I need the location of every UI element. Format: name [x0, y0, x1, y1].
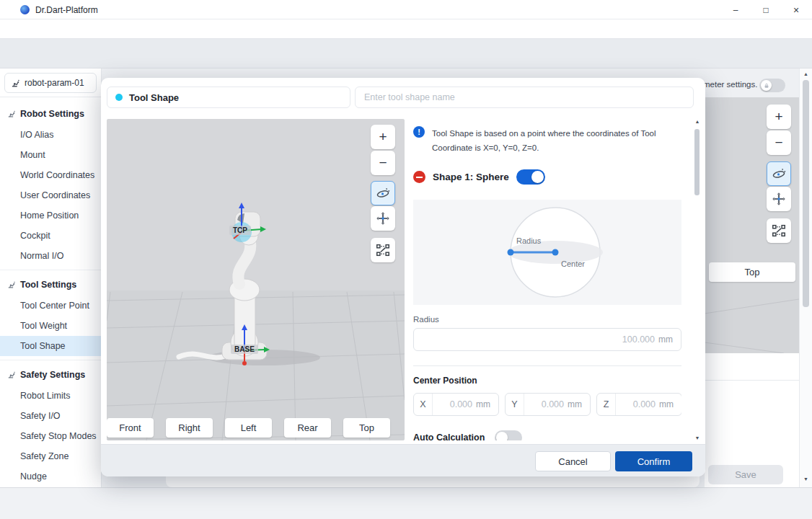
center-x-input[interactable]: X 0.000 mm [413, 393, 499, 416]
tab-bar: Home × Robot Parameters × [0, 39, 812, 68]
sidebar-item-tool-weight[interactable]: Tool Weight [0, 316, 101, 336]
center-z-input[interactable]: Z 0.000 mm [596, 393, 681, 416]
view-buttons-row: Front Right Left Rear Top [107, 418, 390, 438]
sidebar: robot-param-01 Robot Settings I/O Alias … [0, 68, 102, 487]
sidebar-item-safety-io[interactable]: Safety I/O [0, 406, 101, 426]
robot-icon [11, 79, 20, 88]
background-3d-viewport[interactable]: + − Top [705, 97, 799, 353]
orbit-icon [375, 185, 391, 201]
confirm-button[interactable]: Confirm [615, 451, 692, 471]
app-logo-icon [20, 5, 30, 14]
tool-shape-dialog: Tool Shape [101, 78, 705, 476]
cyan-dot-icon [115, 94, 123, 101]
sidebar-group-tool-settings: Tool Settings [0, 274, 101, 296]
view-rear-button[interactable]: Rear [284, 418, 331, 438]
sidebar-item-tool-shape[interactable]: Tool Shape [0, 336, 101, 356]
pan-button[interactable] [371, 206, 395, 231]
bg-view-top-button[interactable]: Top [709, 262, 795, 282]
radius-value: 100.000 [414, 334, 655, 345]
window-titlebar: Dr.Dart-Platform – □ × [0, 0, 812, 19]
info-text: Tool Shape is based on a point where the… [432, 129, 656, 152]
settings-hint-text: meter settings. [703, 80, 757, 89]
bg-zoom-out-button[interactable]: − [767, 130, 791, 155]
radius-unit: mm [658, 334, 673, 345]
window-minimize-button[interactable]: – [724, 0, 747, 19]
sidebar-item-robot-limits[interactable]: Robot Limits [0, 386, 101, 406]
dialog-scrollbar-thumb[interactable] [694, 129, 700, 195]
center-x-value: 0.000 [433, 399, 472, 409]
center-y-unit: mm [568, 399, 582, 409]
sidebar-item-normal-io[interactable]: Normal I/O [0, 246, 101, 266]
sidebar-param-chip[interactable]: robot-param-01 [4, 73, 97, 93]
panel-divider [413, 365, 681, 366]
scroll-up-icon[interactable]: ▲ [800, 71, 812, 76]
shape-header-row: Shape 1: Sphere [413, 169, 545, 185]
sidebar-group-robot-settings: Robot Settings [0, 103, 101, 125]
orbit-button[interactable] [371, 181, 395, 205]
save-button[interactable]: Save [708, 465, 783, 484]
sidebar-item-home-position[interactable]: Home Position [0, 205, 101, 226]
radius-input[interactable]: 100.000 mm [413, 328, 681, 351]
info-icon: ! [413, 126, 425, 138]
sidebar-item-safety-zone[interactable]: Safety Zone [0, 446, 101, 466]
dialog-title-chip: Tool Shape [107, 86, 350, 108]
sidebar-item-mount[interactable]: Mount [0, 145, 101, 165]
robot-icon [7, 110, 16, 118]
tool-shape-name-input[interactable] [355, 86, 694, 108]
sidebar-item-io-alias[interactable]: I/O Alias [0, 125, 101, 145]
auto-calculation-label: Auto Calculation [413, 432, 485, 440]
sidebar-item-nudge[interactable]: Nudge [0, 466, 101, 487]
view-right-button[interactable]: Right [166, 418, 213, 438]
sidebar-item-safety-stop-modes[interactable]: Safety Stop Modes [0, 426, 101, 446]
view-front-button[interactable]: Front [107, 418, 154, 438]
zoom-in-button[interactable]: + [371, 125, 395, 149]
sidebar-header: robot-param-01 [0, 68, 101, 97]
sidebar-item-cockpit[interactable]: Cockpit [0, 226, 101, 246]
center-x-unit: mm [476, 399, 490, 409]
lock-icon [761, 80, 772, 91]
center-y-input[interactable]: Y 0.000 mm [505, 393, 591, 416]
robot-icon [7, 280, 16, 289]
bg-orbit-button[interactable] [767, 161, 791, 186]
scroll-down-icon[interactable]: ▼ [800, 476, 812, 482]
orbit-icon [771, 166, 787, 182]
bg-measure-button[interactable] [767, 218, 791, 243]
dialog-scrollbar[interactable]: ▲ ▼ [693, 119, 702, 440]
center-y-value: 0.000 [524, 399, 564, 409]
view-left-button[interactable]: Left [225, 418, 272, 438]
remove-shape-icon[interactable] [413, 171, 425, 183]
window-maximize-button[interactable]: □ [754, 0, 777, 19]
center-position-label: Center Position [413, 376, 477, 386]
scroll-down-icon[interactable]: ▼ [693, 435, 702, 440]
page-scrollbar-thumb[interactable] [803, 80, 809, 307]
sidebar-item-tool-center-point[interactable]: Tool Center Point [0, 296, 101, 316]
zoom-out-button[interactable]: − [371, 151, 395, 175]
view-top-button[interactable]: Top [343, 418, 390, 438]
info-note: ! Tool Shape is based on a point where t… [413, 119, 673, 155]
settings-lock-toggle[interactable] [759, 79, 785, 92]
auto-calculation-row: Auto Calculation [413, 430, 522, 440]
auto-calculation-toggle[interactable] [495, 430, 522, 440]
taskbar: Servo Supervisor Manual [0, 487, 812, 519]
page-scrollbar[interactable]: ▲ ▼ [799, 68, 812, 487]
measure-button[interactable] [371, 238, 395, 262]
center-position-row: X 0.000 mm Y 0.000 mm Z 0.000 mm [413, 393, 681, 416]
dialog-3d-viewport[interactable]: TCP BASE + − Front Right Left Rear To [107, 119, 405, 440]
measure-icon [375, 242, 391, 258]
background-panel-divider [705, 380, 799, 381]
sidebar-group-safety-settings: Safety Settings [0, 364, 101, 386]
bg-pan-button[interactable] [767, 187, 791, 211]
shape-settings-panel: ! Tool Shape is based on a point where t… [413, 119, 681, 440]
center-z-unit: mm [659, 399, 674, 409]
scroll-up-icon[interactable]: ▲ [693, 119, 702, 124]
cancel-button[interactable]: Cancel [535, 451, 611, 471]
measure-icon [771, 223, 787, 239]
bg-zoom-in-button[interactable]: + [767, 105, 791, 129]
robot-icon [7, 371, 16, 379]
shape-enable-toggle[interactable] [516, 169, 545, 185]
window-close-button[interactable]: × [785, 0, 808, 19]
sidebar-item-user-coordinates[interactable]: User Coordinates [0, 185, 101, 205]
sidebar-item-world-coordinates[interactable]: World Coordinates [0, 165, 101, 185]
center-z-axis-label: Z [597, 394, 616, 415]
robot-3d-model: TCP BASE [107, 119, 405, 440]
